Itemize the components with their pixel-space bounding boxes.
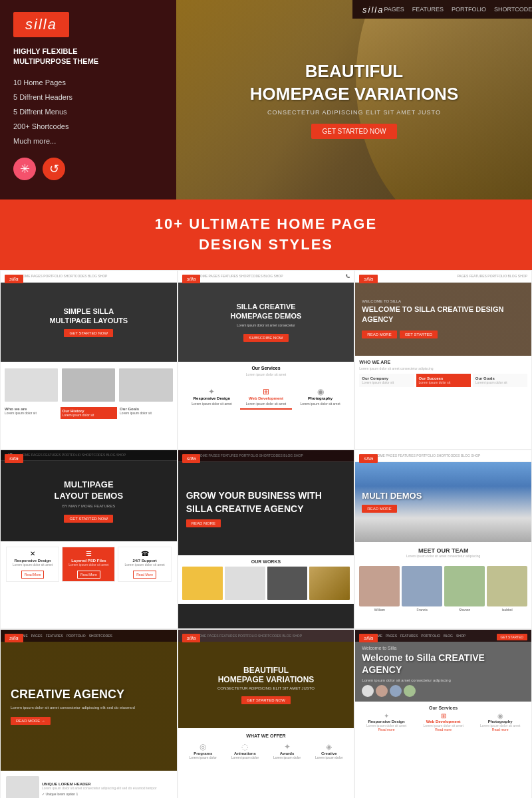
nav-link-shortcodes[interactable]: SHORTCODES [494,6,532,13]
creative-agency-hero: CREATIVE AGENCY Lorem ipsum dolor sit am… [1,642,177,771]
bv-icon-1: ◎ Programs Lorem ipsum dolor [184,742,223,759]
grow-cta[interactable]: READ MORE [186,519,221,527]
hero-subtitle: CONSECTETUR ADIPISCING ELIT SIT AMET JUS… [250,109,458,116]
person-img-3 [119,368,172,402]
grid-item-4[interactable]: silla HOME PAGES FEATURES PORTFOLIO SHOR… [0,450,178,629]
card-2: ☰ Layered PSD Files Lorem ipsum dolor si… [62,547,115,582]
grid-item-3[interactable]: silla PAGES FEATURES PORTFOLIO BLOG SHOP… [354,270,532,450]
bv-icon-2: ◌ Animations Lorem ipsum dolor [225,742,265,759]
work-item-2 [225,567,265,600]
multi-demo-hero: MULTIPAGE LAYOUT DEMOS BY MANY MORE FEAT… [1,461,177,541]
hero-cta-button[interactable]: GET STARTED NOW [311,124,396,139]
grid-badge-8: silla [182,634,201,642]
nav-link-portfolio[interactable]: PORTFOLIO [452,6,486,13]
ws-svc-3: ◉ Photography Lorem ipsum dolor sit amet… [473,712,527,732]
team-name-2: Francis [402,608,442,612]
bv-section-title: WHAT WE OFFER [184,733,349,738]
mock-cta-2[interactable]: SUBSCRIBE NOW [243,334,288,342]
bv-heading: BEAUTIFUL HOMEPAGE VARIATIONS [217,666,315,684]
grid-badge-2: silla [182,275,201,283]
ws-hero: Welcome to Silla Welcome to Silla CREATI… [355,642,531,702]
team-member-4: Isabbol [487,566,527,612]
ws-heading: Welcome to Silla CREATIVE AGENCY [362,652,525,676]
redhat-icon: ↺ [43,158,65,180]
mock-nav-3: silla PAGES FEATURES PORTFOLIO BLOG SHOP [355,271,531,283]
grow-biz-body: OUR WORKS [178,555,354,604]
mock-hero-2: SILLA CREATIVE HOMEPAGE DEMOS Lorem ipsu… [178,283,354,362]
mock-heading-1: SIMPLE SILLA MULTIPAGE LAYOUTS [49,307,128,326]
bv-icon-3: ✦ Awards Lorem ipsum dolor [267,742,307,759]
grid-badge-9: silla [359,634,378,642]
ws-svc-1: ✦ Responsive Design Lorem ipsum dolor si… [359,712,414,732]
card-3: ☎ 24/7 Support Lorem ipsum dolor sit ame… [118,547,171,582]
joomla-icon: ✳ [13,158,36,180]
person-img-1 [5,368,58,402]
banner-text: 10+ ULTIMATE HOME PAGE DESIGN STYLES [7,214,525,255]
svc-title-2: Web Development [243,396,289,400]
bv-hero: BEAUTIFUL HOMEPAGE VARIATIONS CONSECTETU… [178,642,354,728]
mock-nav-1: silla HOME PAGES PORTFOLIO SHORTCODES BL… [1,271,177,283]
card-1: ✕ Responsive Design Lorem ipsum dolor si… [6,547,59,582]
grid-row-1: silla HOME PAGES PORTFOLIO SHORTCODES BL… [0,270,532,450]
ws-nav: silla HOME PAGES FEATURES PORTFOLIO BLOG… [355,630,531,642]
nav-link-features[interactable]: FEATURES [412,6,444,13]
team-member-1: William [359,566,400,612]
grid-item-5[interactable]: silla HOME PAGES FEATURES PORTFOLIO SHOR… [178,450,355,629]
grid-badge-5: silla [182,454,201,463]
logo-box[interactable]: silla [13,12,69,37]
hero-title: BEAUTIFUL HOMEPAGE VARIATIONS [250,61,458,106]
mock-nav-5: silla HOME PAGES FEATURES PORTFOLIO SHOR… [178,450,354,462]
team-member-3: Shanon [444,566,485,612]
grid-item-6[interactable]: silla HOME PAGES FEATURES PORTFOLIO SHOR… [354,450,532,629]
feature-item: Much more... [13,134,163,148]
grid-item-8[interactable]: silla HOME PAGES FEATURES PORTFOLIO SHOR… [178,629,355,798]
grow-biz-hero: GROW YOUR BUSINESS WITH SILLA CREATIVE A… [178,462,354,555]
feature-item: 5 Diffrent Headers [13,90,163,104]
card-title-1: Responsive Design [9,559,56,563]
mock-body-2: Our Services Lorem ipsum dolor sit amet … [178,362,354,449]
grid-item-7[interactable]: silla HOME PAGES FEATURES PORTFOLIO SHOR… [0,629,178,798]
grid-item-9[interactable]: silla HOME PAGES FEATURES PORTFOLIO BLOG… [354,629,532,798]
multi-demos-hero: MULTI DEMOS READ MORE [355,462,531,542]
bv-body: WHAT WE OFFER ◎ Programs Lorem ipsum dol… [178,728,354,798]
svc-title-1: Responsive Design [189,396,235,400]
team-title: MEET OUR TEAM [360,547,526,554]
grid-badge-3: silla [359,275,378,283]
bv-nav: silla HOME PAGES FEATURES PORTFOLIO SHOR… [178,630,354,642]
mock-cta-1[interactable]: GET STARTED NOW [64,329,113,337]
hero-area: silla PAGES FEATURES PORTFOLIO SHORTCODE… [176,0,532,200]
grow-heading: GROW YOUR BUSINESS WITH SILLA CREATIVE A… [186,489,322,515]
top-section: silla HIGHLY FLEXIBLE MULTIPURPOSE THEME… [0,0,532,200]
creative-agency-cta[interactable]: READ MORE → [11,717,51,725]
team-name-3: Shanon [444,608,485,612]
mock-hero-1: SIMPLE SILLA MULTIPAGE LAYOUTS GET START… [1,283,177,362]
grid-row-2: silla HOME PAGES FEATURES PORTFOLIO SHOR… [0,450,532,629]
mock-nav-2: silla HOME PAGES FEATURES SHORTCODES BLO… [178,271,354,283]
sidebar: silla HIGHLY FLEXIBLE MULTIPURPOSE THEME… [0,0,176,200]
grid-badge-1: silla [5,275,23,283]
card-title-2: Layered PSD Files [65,559,112,563]
grid-item-2[interactable]: silla HOME PAGES FEATURES SHORTCODES BLO… [178,270,355,450]
svc-title-3: Photography [297,396,344,400]
grid-badge-7: silla [5,634,23,642]
feature-list: 10 Home Pages 5 Diffrent Headers 5 Diffr… [13,75,163,148]
grid-badge-4: silla [5,454,23,463]
work-item-4 [309,567,350,600]
feature-item: 200+ Shortcodes [13,119,163,134]
team-row: William Francis Shanon Isabbol [355,563,531,614]
mock-nav-6: silla HOME PAGES FEATURES PORTFOLIO SHOR… [355,450,531,462]
nav-link-pages[interactable]: PAGES [384,6,404,13]
mock-body-3: WHO WE ARE Lorem ipsum dolor sit amet co… [355,356,531,449]
multi-demo-body: ✕ Responsive Design Lorem ipsum dolor si… [1,541,177,628]
tech-icons: ✳ ↺ [13,158,163,180]
grid-item-1[interactable]: silla HOME PAGES PORTFOLIO SHORTCODES BL… [0,270,178,450]
grid-row-3: silla HOME PAGES FEATURES PORTFOLIO SHOR… [0,629,532,798]
creative-agency-body: UNIQUE LOREM HEADER Lorem ipsum dolor si… [1,771,177,798]
nav-logo: silla [362,5,384,15]
hero-content: BEAUTIFUL HOMEPAGE VARIATIONS CONSECTETU… [250,61,458,140]
mock-body-1: Who we areLorem ipsum dolor sit Our Hist… [1,362,177,449]
bottom-nav-7: silla HOME PAGES FEATURES PORTFOLIO SHOR… [1,630,177,642]
logo-text: silla [25,16,57,33]
creative-agency-heading: CREATIVE AGENCY [11,687,135,702]
bv-icon-4: ◈ Creative Lorem ipsum dolor [309,742,348,759]
